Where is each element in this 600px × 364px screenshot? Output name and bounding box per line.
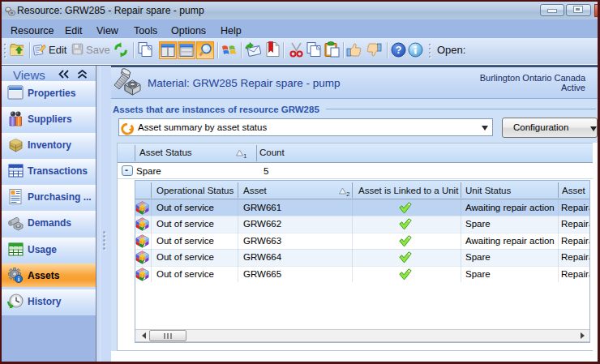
svg-text:i: i bbox=[18, 276, 19, 283]
svg-text:?: ? bbox=[396, 45, 402, 56]
svg-text:1: 1 bbox=[243, 152, 247, 159]
svg-text:2: 2 bbox=[346, 191, 350, 197]
